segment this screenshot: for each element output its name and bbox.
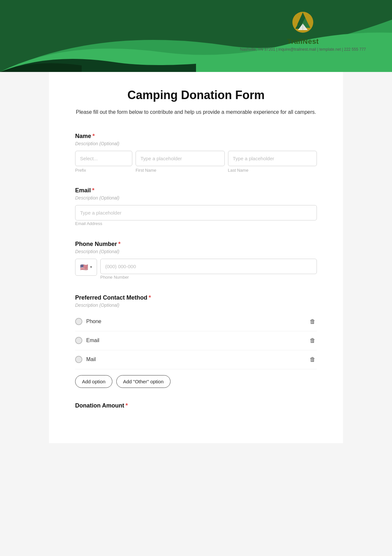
add-other-option-button[interactable]: Add "Other" option xyxy=(116,375,171,388)
name-label: Name* xyxy=(75,133,317,140)
contact-method-label: Preferred Contact Method* xyxy=(75,294,317,301)
add-option-row: Add option Add "Other" option xyxy=(75,375,317,388)
radio-label-email: Email xyxy=(86,338,99,343)
prefix-sub-label: Prefix xyxy=(75,168,132,173)
form-title: Camping Donation Form xyxy=(75,88,317,102)
name-row: Prefix First Name Last Name xyxy=(75,151,317,173)
donation-section: Donation Amount* xyxy=(75,402,317,409)
email-sub-label: Email Address xyxy=(75,221,102,226)
phone-input-wrapper: Phone Number xyxy=(100,259,317,280)
email-required-star: * xyxy=(92,187,94,194)
radio-left-phone: Phone xyxy=(75,318,101,325)
donation-label: Donation Amount* xyxy=(75,402,317,409)
phone-required-star: * xyxy=(118,241,121,247)
logo-contact: Nashville, TN 37201 | inquire@trailnest.… xyxy=(240,47,366,52)
radio-option-phone: Phone 🗑 xyxy=(75,312,317,331)
phone-description: Description (Optional) xyxy=(75,249,317,254)
required-star: * xyxy=(92,133,95,139)
trailnest-logo-icon xyxy=(288,10,318,36)
country-code-button[interactable]: 🇺🇸 ▾ xyxy=(75,259,97,276)
radio-circle-email[interactable] xyxy=(75,337,82,344)
radio-option-email: Email 🗑 xyxy=(75,331,317,350)
firstname-sub-label: First Name xyxy=(136,168,225,173)
logo-area: TrailNest Nashville, TN 37201 | inquire@… xyxy=(240,10,366,52)
phone-section: Phone Number* Description (Optional) 🇺🇸 … xyxy=(75,241,317,280)
radio-left-email: Email xyxy=(75,337,99,344)
delete-mail-icon[interactable]: 🗑 xyxy=(308,355,317,364)
radio-circle-mail[interactable] xyxy=(75,356,82,363)
phone-sub-label: Phone Number xyxy=(100,275,129,280)
lastname-input[interactable] xyxy=(228,151,317,166)
contact-required-star: * xyxy=(149,294,151,301)
email-input[interactable] xyxy=(75,205,317,220)
lastname-field-wrapper: Last Name xyxy=(228,151,317,173)
radio-circle-phone[interactable] xyxy=(75,318,82,325)
contact-method-description: Description (Optional) xyxy=(75,303,317,308)
phone-row: 🇺🇸 ▾ Phone Number xyxy=(75,259,317,280)
name-description: Description (Optional) xyxy=(75,141,317,146)
add-option-button[interactable]: Add option xyxy=(75,375,112,388)
flag-emoji: 🇺🇸 xyxy=(80,263,88,271)
phone-label: Phone Number* xyxy=(75,241,317,248)
contact-method-section: Preferred Contact Method* Description (O… xyxy=(75,294,317,388)
delete-phone-icon[interactable]: 🗑 xyxy=(308,317,317,326)
firstname-field-wrapper: First Name xyxy=(136,151,225,173)
logo-name: TrailNest xyxy=(240,37,366,46)
donation-required-star: * xyxy=(125,402,128,409)
chevron-down-icon: ▾ xyxy=(90,265,92,269)
main-content: Camping Donation Form Please fill out th… xyxy=(49,72,343,443)
email-label: Email* xyxy=(75,187,317,194)
prefix-field-wrapper: Prefix xyxy=(75,151,132,173)
radio-left-mail: Mail xyxy=(75,356,96,363)
radio-options: Phone 🗑 Email 🗑 Mail 🗑 xyxy=(75,312,317,369)
form-subtitle: Please fill out the form below to contri… xyxy=(75,108,317,116)
prefix-input[interactable] xyxy=(75,151,132,166)
name-section: Name* Description (Optional) Prefix Firs… xyxy=(75,133,317,173)
radio-label-mail: Mail xyxy=(86,356,96,362)
email-section: Email* Description (Optional) Email Addr… xyxy=(75,187,317,226)
email-description: Description (Optional) xyxy=(75,195,317,200)
radio-option-mail: Mail 🗑 xyxy=(75,350,317,369)
delete-email-icon[interactable]: 🗑 xyxy=(308,336,317,345)
phone-input[interactable] xyxy=(100,259,317,274)
firstname-input[interactable] xyxy=(136,151,225,166)
radio-label-phone: Phone xyxy=(86,319,101,324)
lastname-sub-label: Last Name xyxy=(228,168,317,173)
header: TrailNest Nashville, TN 37201 | inquire@… xyxy=(0,0,392,72)
